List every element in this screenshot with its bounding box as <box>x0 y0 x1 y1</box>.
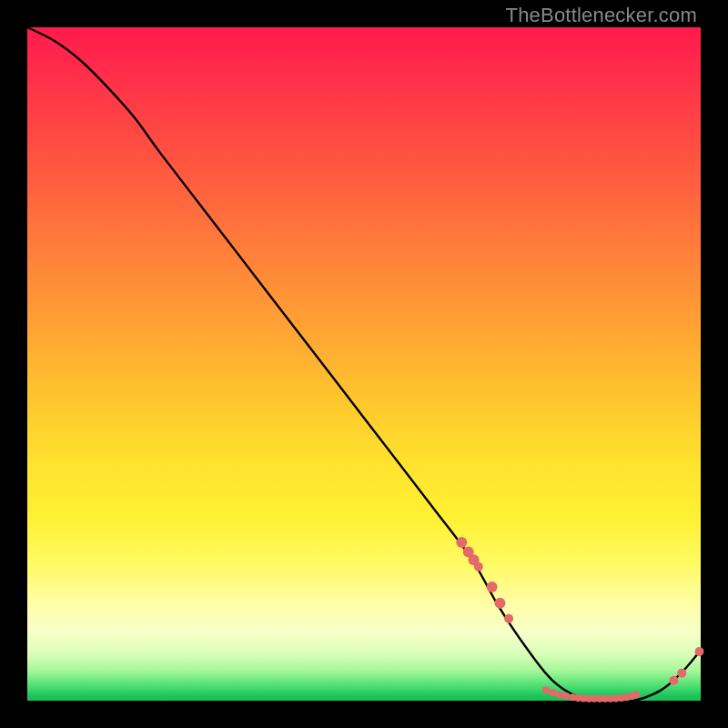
data-marker <box>562 693 570 700</box>
data-marker <box>487 581 498 592</box>
bottleneck-curve <box>27 27 701 702</box>
data-marker <box>632 691 640 698</box>
data-markers <box>456 537 703 703</box>
watermark-text: TheBottlenecker.com <box>506 4 697 27</box>
data-marker <box>669 676 678 685</box>
data-marker <box>456 537 467 548</box>
chart-frame: TheBottlenecker.com <box>0 0 728 728</box>
data-marker <box>556 691 563 698</box>
data-marker <box>549 689 556 696</box>
data-marker <box>695 647 704 656</box>
data-marker <box>474 562 483 571</box>
chart-overlay <box>27 27 701 701</box>
plot-area <box>27 27 701 701</box>
data-marker <box>504 614 513 623</box>
data-marker <box>677 669 686 678</box>
data-marker <box>494 598 505 609</box>
data-marker <box>542 686 550 693</box>
